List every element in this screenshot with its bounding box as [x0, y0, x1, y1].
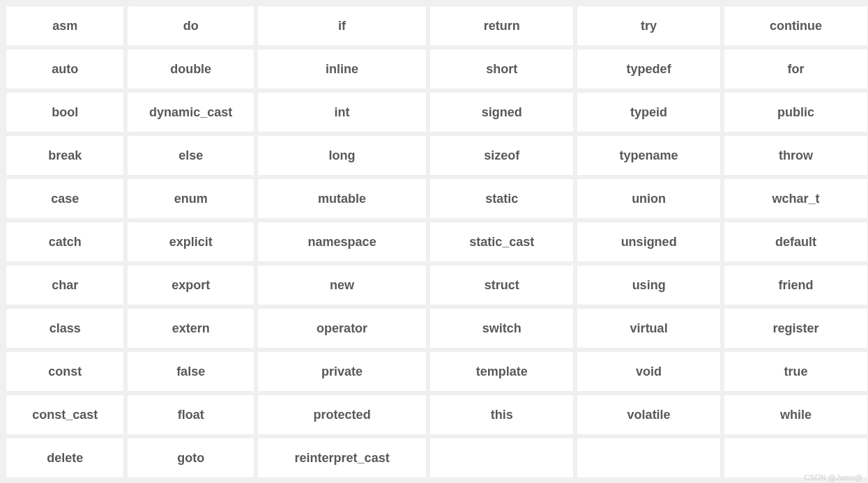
table-cell: const [6, 351, 124, 392]
table-cell: case [6, 178, 124, 219]
keywords-table-container: asmdoifreturntrycontinueautodoubleinline… [3, 3, 868, 481]
table-cell: union [577, 178, 721, 219]
table-cell: reinterpret_cast [257, 438, 427, 478]
table-cell: double [127, 49, 254, 89]
table-cell: template [429, 351, 574, 392]
table-cell: int [257, 92, 427, 132]
table-row: asmdoifreturntrycontinue [6, 6, 868, 46]
table-row: catchexplicitnamespacestatic_castunsigne… [6, 222, 868, 262]
table-cell: switch [429, 308, 574, 348]
table-row: constfalseprivatetemplatevoidtrue [6, 351, 868, 392]
table-cell: auto [6, 49, 124, 89]
table-row: classexternoperatorswitchvirtualregister [6, 308, 868, 348]
table-cell: this [429, 394, 574, 435]
table-cell: dynamic_cast [127, 92, 254, 132]
table-cell: typeid [577, 92, 721, 132]
table-cell: namespace [257, 222, 427, 262]
table-cell: true [724, 351, 868, 392]
table-cell: else [127, 135, 254, 176]
table-cell: public [724, 92, 868, 132]
table-cell: explicit [127, 222, 254, 262]
table-cell: break [6, 135, 124, 176]
table-row: autodoubleinlineshorttypedeffor [6, 49, 868, 89]
table-cell: for [724, 49, 868, 89]
table-cell: return [429, 6, 574, 46]
table-cell: private [257, 351, 427, 392]
table-cell: false [127, 351, 254, 392]
table-cell [429, 438, 574, 478]
table-row: breakelselongsizeoftypenamethrow [6, 135, 868, 176]
table-cell: continue [724, 6, 868, 46]
table-cell: extern [127, 308, 254, 348]
table-cell: wchar_t [724, 178, 868, 219]
table-cell: unsigned [577, 222, 721, 262]
table-cell: inline [257, 49, 427, 89]
table-cell: signed [429, 92, 574, 132]
table-cell: if [257, 6, 427, 46]
table-cell: typename [577, 135, 721, 176]
keywords-table: asmdoifreturntrycontinueautodoubleinline… [3, 3, 868, 481]
table-cell: short [429, 49, 574, 89]
table-cell: protected [257, 394, 427, 435]
table-row: deletegotoreinterpret_cast [6, 438, 868, 478]
table-cell: asm [6, 6, 124, 46]
table-cell: virtual [577, 308, 721, 348]
table-cell: volatile [577, 394, 721, 435]
table-cell: delete [6, 438, 124, 478]
table-cell: try [577, 6, 721, 46]
table-cell: float [127, 394, 254, 435]
table-cell: class [6, 308, 124, 348]
table-cell: new [257, 265, 427, 305]
table-cell [724, 438, 868, 478]
table-cell: operator [257, 308, 427, 348]
table-cell: bool [6, 92, 124, 132]
table-cell: default [724, 222, 868, 262]
table-cell: char [6, 265, 124, 305]
table-cell: sizeof [429, 135, 574, 176]
table-cell: goto [127, 438, 254, 478]
table-cell: struct [429, 265, 574, 305]
watermark: CSDN @Jamo@ [805, 473, 862, 482]
table-row: caseenummutablestaticunionwchar_t [6, 178, 868, 219]
table-cell: friend [724, 265, 868, 305]
table-cell: export [127, 265, 254, 305]
table-row: charexportnewstructusingfriend [6, 265, 868, 305]
table-cell: do [127, 6, 254, 46]
table-cell: long [257, 135, 427, 176]
table-row: const_castfloatprotectedthisvolatilewhil… [6, 394, 868, 435]
table-cell: register [724, 308, 868, 348]
table-cell: typedef [577, 49, 721, 89]
table-cell: while [724, 394, 868, 435]
table-cell: static_cast [429, 222, 574, 262]
table-cell: mutable [257, 178, 427, 219]
table-cell: using [577, 265, 721, 305]
table-cell: const_cast [6, 394, 124, 435]
table-cell: catch [6, 222, 124, 262]
table-cell: throw [724, 135, 868, 176]
table-cell: void [577, 351, 721, 392]
table-cell: enum [127, 178, 254, 219]
table-row: booldynamic_castintsignedtypeidpublic [6, 92, 868, 132]
table-cell [577, 438, 721, 478]
table-cell: static [429, 178, 574, 219]
